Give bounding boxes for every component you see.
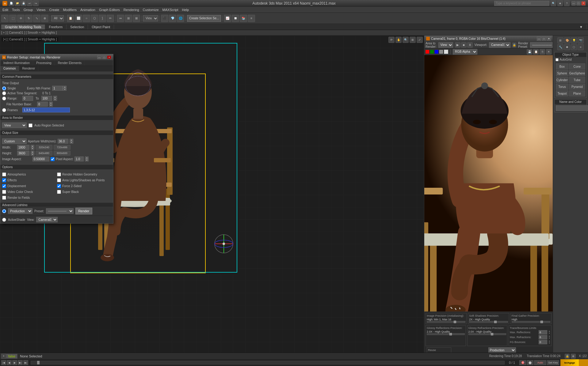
grf-handle[interactable] <box>491 333 493 335</box>
grf-slider[interactable] <box>468 333 506 335</box>
menu-customize[interactable]: Customize <box>143 8 159 12</box>
dialog-titlebar[interactable]: G Render Setup: mental ray Renderer — □ … <box>0 54 113 60</box>
anim-prev-frame[interactable]: ◀ <box>7 360 12 365</box>
size-800x600[interactable]: 800x600 <box>54 151 71 156</box>
menu-animation[interactable]: Animation <box>80 8 95 12</box>
obj-name-input[interactable] <box>556 105 588 111</box>
ribbon-tab-graphite[interactable]: Graphite Modeling Tools <box>1 25 45 29</box>
menu-modifiers[interactable]: Modifiers <box>63 8 77 12</box>
ribbon-tab-selection[interactable]: Selection <box>67 25 88 29</box>
disp-cb[interactable] <box>2 184 6 188</box>
fnb-input[interactable] <box>37 102 48 107</box>
white-channel[interactable] <box>444 50 448 54</box>
vp-max-btn[interactable]: ⤢ <box>417 37 423 43</box>
close-btn[interactable]: ✕ <box>581 1 586 6</box>
anim-goto-start[interactable]: |◀ <box>1 360 6 365</box>
dialog-restore-btn[interactable]: □ <box>102 55 106 59</box>
rw-area-select[interactable]: View <box>438 42 453 48</box>
vp-zoom-btn[interactable]: 🔍 <box>403 37 409 43</box>
image-aspect-input[interactable] <box>32 157 49 161</box>
quick-open-btn[interactable]: 📁 <box>15 1 20 6</box>
minimize-btn[interactable]: — <box>571 1 576 6</box>
vp-pan-btn[interactable]: ✋ <box>395 37 402 43</box>
align-btn[interactable]: ⊠ <box>133 15 140 22</box>
nth-up[interactable]: ▲ <box>63 86 67 88</box>
undo-btn[interactable]: ↩ <box>27 1 32 6</box>
obj-cylinder[interactable]: Cylinder <box>556 77 568 83</box>
anim-next-frame[interactable]: ▶| <box>18 360 23 365</box>
ss-prec-handle[interactable] <box>494 321 497 323</box>
pixel-aspect-lock[interactable] <box>51 157 55 161</box>
green-channel[interactable] <box>430 50 434 54</box>
array-btn[interactable]: ⊞ <box>125 15 132 22</box>
ap-down[interactable]: ▼ <box>70 141 73 144</box>
range-radio[interactable] <box>2 96 6 100</box>
menu-group[interactable]: Group <box>24 8 33 12</box>
schematic-btn[interactable]: 🔲 <box>232 15 239 22</box>
paint-select-btn[interactable]: ✏ <box>107 15 114 22</box>
nth-down[interactable]: ▼ <box>63 88 67 91</box>
anim-play[interactable]: ▶ <box>12 360 17 365</box>
width-input[interactable] <box>17 145 29 150</box>
active-radio[interactable] <box>2 91 6 95</box>
ribbon-minimize[interactable]: ▼ <box>576 25 587 29</box>
size-720x486[interactable]: 720x486 <box>54 145 71 150</box>
ap-up[interactable]: ▲ <box>70 139 73 141</box>
autogrid-cb[interactable] <box>556 58 559 61</box>
fg-prec-handle[interactable] <box>540 321 543 323</box>
range-to-input[interactable] <box>41 96 52 101</box>
mr-up[interactable]: ▲ <box>548 330 550 332</box>
tab-common[interactable]: Common <box>0 66 19 71</box>
rw-clear[interactable]: ✕ <box>546 49 552 55</box>
h-down[interactable]: ▼ <box>31 153 34 156</box>
menu-edit[interactable]: Edit <box>2 8 8 12</box>
place-highlight-btn[interactable]: ⊕ <box>41 15 48 22</box>
rp-icon1[interactable]: ⊞ <box>557 37 563 43</box>
obj-tube[interactable]: Tube <box>569 77 585 83</box>
obj-geosphere[interactable]: GeoSphere <box>569 70 585 76</box>
aperture-input[interactable] <box>58 139 68 144</box>
gr-slider[interactable] <box>427 333 465 335</box>
menu-maxscript[interactable]: MAXScript <box>162 8 178 12</box>
restore-btn[interactable]: □ <box>576 1 581 6</box>
area-select[interactable]: View <box>2 123 27 128</box>
select-by-name-btn[interactable]: 📋 <box>67 15 74 22</box>
dialog-minimize-btn[interactable]: — <box>97 55 101 59</box>
scale-btn[interactable]: ⤡ <box>33 15 40 22</box>
size-640x480[interactable]: 640x480 <box>36 151 52 156</box>
move-btn[interactable]: ✛ <box>17 15 25 22</box>
blue-channel[interactable] <box>435 50 438 54</box>
anim-slider[interactable] <box>31 361 505 364</box>
atm-cb[interactable] <box>2 172 6 176</box>
prod-select[interactable]: Production <box>488 347 516 353</box>
tab-indirect[interactable]: Indirect Illumination <box>0 60 33 66</box>
mini-toolbar-btn[interactable]: ≡ <box>1 354 6 359</box>
h-up[interactable]: ▲ <box>31 151 34 153</box>
create-selection-btn[interactable]: Create Selection Se... <box>187 15 221 22</box>
environment-btn[interactable]: 🌐 <box>177 15 184 22</box>
render-btn[interactable]: Render <box>75 208 92 214</box>
section-options[interactable]: Options <box>0 165 113 169</box>
img-prec-slider[interactable] <box>427 321 465 323</box>
max-refl-input[interactable] <box>539 330 547 334</box>
auto-key-btn[interactable]: Auto <box>534 360 546 365</box>
ribbon-tab-freeform[interactable]: Freeform <box>45 25 67 29</box>
pa-up[interactable]: ▲ <box>85 157 89 159</box>
menu-graph-editors[interactable]: Graph Editors <box>99 8 120 12</box>
filter-dropdown[interactable]: All <box>51 15 64 21</box>
red-channel[interactable] <box>426 50 429 54</box>
help-btn[interactable]: ? <box>564 1 570 6</box>
tab-processing[interactable]: Processing <box>33 60 55 66</box>
obj-plane[interactable]: Plane <box>569 90 585 96</box>
section-area[interactable]: Area to Render <box>0 115 113 120</box>
section-advanced[interactable]: Advanced Lighting <box>0 203 113 206</box>
section-common-params[interactable]: Common Parameters <box>0 74 113 79</box>
rw-pause-icon[interactable]: ⏸ <box>467 42 473 48</box>
menu-rendering[interactable]: Rendering <box>124 8 139 12</box>
section-output-size[interactable]: Output Size <box>0 130 113 135</box>
circle-select-btn[interactable]: ○ <box>83 15 90 22</box>
pixel-aspect-input[interactable] <box>74 157 84 161</box>
fg-bounces-input[interactable] <box>539 340 547 344</box>
ribbon-toggle-btn[interactable]: ≡ <box>248 15 255 22</box>
production-radio[interactable] <box>2 209 6 213</box>
